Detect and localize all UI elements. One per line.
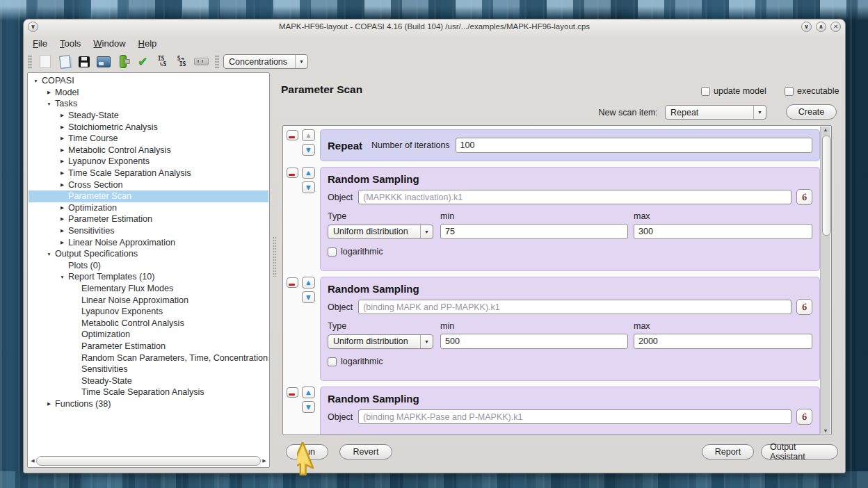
tree-item-metabolic-control-analysis[interactable]: Metabolic Control Analysis xyxy=(29,317,268,329)
object-field[interactable] xyxy=(358,190,791,204)
menu-window[interactable]: Window xyxy=(87,36,131,51)
tree-item-sensitivities[interactable]: ▶Sensitivities xyxy=(29,225,268,237)
scroll-left-icon[interactable]: ◀ xyxy=(29,458,36,464)
close-button[interactable]: ✕ xyxy=(830,22,841,32)
open-file-icon[interactable] xyxy=(56,54,73,70)
tree-item-report-templates-10[interactable]: ▼Report Templates (10) xyxy=(29,271,268,283)
vertical-scroll-thumb[interactable] xyxy=(822,136,831,236)
chevron-down-icon[interactable]: ▼ xyxy=(753,106,766,119)
scan-vertical-scrollbar[interactable]: ▲ ▼ xyxy=(820,127,830,434)
tree-item-functions-38[interactable]: ▶Functions (38) xyxy=(29,398,268,410)
distribution-dropdown[interactable]: Uniform distribution ▼ xyxy=(328,334,433,349)
tree-item-metabolic-control-analysis[interactable]: ▶Metabolic Control Analysis xyxy=(29,145,268,156)
collapsed-arrow-icon[interactable]: ▶ xyxy=(45,401,53,407)
logarithmic-checkbox[interactable] xyxy=(328,357,337,366)
select-object-button[interactable]: 6 xyxy=(796,409,812,425)
collapsed-arrow-icon[interactable]: ▶ xyxy=(45,90,53,95)
save-icon[interactable] xyxy=(76,54,93,70)
tree-item-plots-0[interactable]: Plots (0) xyxy=(29,260,268,272)
tree-item-copasi[interactable]: ▼COPASI xyxy=(29,75,268,87)
tree-item-steady-state[interactable]: Steady-State xyxy=(29,375,268,387)
new-file-icon[interactable] xyxy=(37,54,54,70)
tree-item-lyapunov-exponents[interactable]: Lyapunov Exponents xyxy=(29,306,268,318)
tree-item-parameter-estimation[interactable]: ▶Parameter Estimation xyxy=(29,213,268,225)
object-field[interactable] xyxy=(358,409,791,424)
panel-splitter-handle[interactable] xyxy=(273,236,277,277)
object-field[interactable] xyxy=(358,300,791,314)
move-up-button[interactable]: ▲ xyxy=(302,277,315,288)
import-sbml-icon[interactable] xyxy=(115,54,131,70)
tree-item-stoichiometric-analysis[interactable]: ▶Stoichiometric Analysis xyxy=(29,121,268,133)
expanded-arrow-icon[interactable]: ▼ xyxy=(45,101,53,106)
tree-item-lyapunov-exponents[interactable]: ▶Lyapunov Exponents xyxy=(29,156,268,168)
move-down-button[interactable]: ▼ xyxy=(302,144,315,156)
collapsed-arrow-icon[interactable]: ▶ xyxy=(58,170,66,176)
collapsed-arrow-icon[interactable]: ▶ xyxy=(58,113,66,118)
move-down-button[interactable]: ▼ xyxy=(302,291,315,303)
collapsed-arrow-icon[interactable]: ▶ xyxy=(58,205,66,211)
collapsed-arrow-icon[interactable]: ▶ xyxy=(58,124,66,130)
logarithmic-checkbox[interactable] xyxy=(328,247,337,257)
expanded-arrow-icon[interactable]: ▼ xyxy=(45,252,53,257)
convert-is-to-s-icon[interactable]: IS ↳S xyxy=(154,54,170,70)
max-input[interactable] xyxy=(634,224,812,239)
convert-s-to-is-icon[interactable]: S⇥ IS xyxy=(173,54,190,70)
tree-item-optimization[interactable]: ▶Optimization xyxy=(29,202,268,214)
window-menu-button[interactable]: ∨ xyxy=(28,22,38,32)
select-object-button[interactable]: 6 xyxy=(796,299,812,315)
min-input[interactable] xyxy=(440,224,628,239)
expanded-arrow-icon[interactable]: ▼ xyxy=(58,275,66,279)
collapsed-arrow-icon[interactable]: ▶ xyxy=(58,240,66,245)
output-assistant-button[interactable]: Output Assistant xyxy=(761,444,838,459)
iterations-input[interactable] xyxy=(456,138,812,153)
report-button[interactable]: Report xyxy=(702,444,754,459)
horizontal-scroll-thumb[interactable] xyxy=(36,456,261,466)
scroll-right-icon[interactable]: ▶ xyxy=(261,458,268,464)
select-object-button[interactable]: 6 xyxy=(796,189,812,205)
tree-horizontal-scrollbar[interactable]: ◀ ▶ xyxy=(29,456,268,466)
min-input[interactable] xyxy=(440,334,628,349)
tree-item-random-scan-parameters-time-concentrations[interactable]: Random Scan Parameters, Time, Concentrat… xyxy=(29,352,268,364)
tree-item-parameter-scan[interactable]: Parameter Scan xyxy=(29,190,268,202)
tree-item-model[interactable]: ▶Model xyxy=(29,87,268,99)
remove-item-button[interactable] xyxy=(287,168,298,178)
revert-button[interactable]: Revert xyxy=(339,444,392,459)
move-down-button[interactable]: ▼ xyxy=(302,401,315,413)
tree-item-time-scale-separation-analysis[interactable]: ▶Time Scale Separation Analysis xyxy=(29,168,268,179)
run-button[interactable]: Run xyxy=(286,444,328,459)
tree-item-linear-noise-approximation[interactable]: ▶Linear Noise Approximation xyxy=(29,236,268,248)
move-down-button[interactable]: ▼ xyxy=(302,181,315,193)
check-model-icon[interactable]: ✔ xyxy=(134,54,151,70)
tree-item-tasks[interactable]: ▼Tasks xyxy=(29,98,268,110)
update-model-checkbox[interactable] xyxy=(701,87,710,96)
tree-item-optimization[interactable]: Optimization xyxy=(29,329,268,341)
title-bar[interactable]: ∨ MAPK-HF96-layout - COPASI 4.16 (Build … xyxy=(24,19,845,35)
collapsed-arrow-icon[interactable]: ▶ xyxy=(58,182,66,188)
expanded-arrow-icon[interactable]: ▼ xyxy=(32,79,40,83)
menu-help[interactable]: Help xyxy=(132,36,163,51)
scroll-up-icon[interactable]: ▲ xyxy=(821,127,830,132)
remove-item-button[interactable] xyxy=(287,277,298,288)
chevron-down-icon[interactable]: ▼ xyxy=(420,335,433,348)
tree-item-linear-noise-approximation[interactable]: Linear Noise Approximation xyxy=(29,294,268,306)
tree-item-sensitivities[interactable]: Sensitivities xyxy=(29,364,268,375)
tree-item-time-course[interactable]: ▶Time Course xyxy=(29,133,268,145)
menu-tools[interactable]: Tools xyxy=(54,36,87,51)
remove-item-button[interactable] xyxy=(287,387,298,398)
remove-item-button[interactable] xyxy=(287,130,298,140)
tree-item-parameter-estimation[interactable]: Parameter Estimation xyxy=(29,341,268,352)
tree-item-output-specifications[interactable]: ▼Output Specifications xyxy=(29,248,268,260)
scroll-down-icon[interactable]: ▼ xyxy=(821,428,830,433)
view-selector-dropdown[interactable]: Concentrations ▼ xyxy=(223,54,308,69)
create-button[interactable]: Create xyxy=(786,104,837,120)
collapsed-arrow-icon[interactable]: ▶ xyxy=(58,158,66,164)
collapsed-arrow-icon[interactable]: ▶ xyxy=(58,147,66,153)
max-input[interactable] xyxy=(634,334,812,349)
chevron-down-icon[interactable]: ▼ xyxy=(295,55,307,68)
menu-file[interactable]: File xyxy=(26,36,54,51)
collapsed-arrow-icon[interactable]: ▶ xyxy=(58,228,66,234)
move-up-button[interactable]: ▲ xyxy=(302,387,315,398)
move-up-button[interactable]: ▲ xyxy=(302,167,315,179)
minimize-button[interactable]: ∨ xyxy=(801,22,812,32)
chevron-down-icon[interactable]: ▼ xyxy=(420,225,433,238)
